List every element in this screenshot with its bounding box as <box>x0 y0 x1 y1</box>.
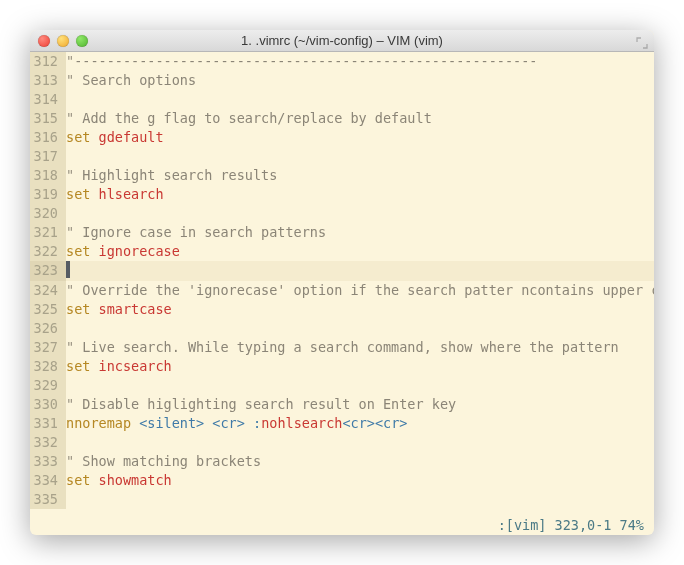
window-title: 1. .vimrc (~/vim-config) – VIM (vim) <box>30 33 654 48</box>
line-content[interactable]: set ignorecase <box>66 242 654 261</box>
minimize-button[interactable] <box>57 35 69 47</box>
editor-area[interactable]: 312"------------------------------------… <box>30 52 654 535</box>
line-content[interactable]: " Override the 'ignorecase' option if th… <box>66 281 654 300</box>
line-number: 322 <box>30 242 66 261</box>
code-line[interactable]: 315" Add the g flag to search/replace by… <box>30 109 654 128</box>
editor-window: 1. .vimrc (~/vim-config) – VIM (vim) 312… <box>30 30 654 535</box>
code-line[interactable]: 325set smartcase <box>30 300 654 319</box>
code-line[interactable]: 320 <box>30 204 654 223</box>
line-content[interactable]: set incsearch <box>66 357 654 376</box>
fullscreen-icon[interactable] <box>636 35 648 47</box>
zoom-button[interactable] <box>76 35 88 47</box>
line-content[interactable] <box>66 90 654 109</box>
code-line[interactable]: 328set incsearch <box>30 357 654 376</box>
line-content[interactable] <box>66 433 654 452</box>
line-content[interactable] <box>66 376 654 395</box>
line-content[interactable] <box>66 319 654 338</box>
line-content[interactable] <box>66 147 654 166</box>
line-number: 315 <box>30 109 66 128</box>
line-number: 320 <box>30 204 66 223</box>
line-content[interactable]: nnoremap <silent> <cr> :nohlsearch<cr><c… <box>66 414 654 433</box>
line-number: 325 <box>30 300 66 319</box>
code-line[interactable]: 329 <box>30 376 654 395</box>
titlebar[interactable]: 1. .vimrc (~/vim-config) – VIM (vim) <box>30 30 654 52</box>
code-line[interactable]: 323 <box>30 261 654 281</box>
line-number: 319 <box>30 185 66 204</box>
code-line[interactable]: 316set gdefault <box>30 128 654 147</box>
code-lines[interactable]: 312"------------------------------------… <box>30 52 654 516</box>
code-line[interactable]: 313" Search options <box>30 71 654 90</box>
line-number: 332 <box>30 433 66 452</box>
line-content[interactable]: "---------------------------------------… <box>66 52 654 71</box>
line-content[interactable] <box>66 204 654 223</box>
code-line[interactable]: 312"------------------------------------… <box>30 52 654 71</box>
line-number: 323 <box>30 261 66 281</box>
line-content[interactable]: " Ignore case in search patterns <box>66 223 654 242</box>
line-number: 328 <box>30 357 66 376</box>
line-number: 313 <box>30 71 66 90</box>
line-number: 327 <box>30 338 66 357</box>
line-content[interactable]: " Show matching brackets <box>66 452 654 471</box>
code-line[interactable]: 331nnoremap <silent> <cr> :nohlsearch<cr… <box>30 414 654 433</box>
line-number: 318 <box>30 166 66 185</box>
line-content[interactable]: " Search options <box>66 71 654 90</box>
line-number: 317 <box>30 147 66 166</box>
line-number: 329 <box>30 376 66 395</box>
line-content[interactable]: set gdefault <box>66 128 654 147</box>
code-line[interactable]: 319set hlsearch <box>30 185 654 204</box>
code-line[interactable]: 332 <box>30 433 654 452</box>
line-content[interactable]: set showmatch <box>66 471 654 490</box>
line-content[interactable]: " Live search. While typing a search com… <box>66 338 654 357</box>
line-number: 333 <box>30 452 66 471</box>
line-content[interactable] <box>66 490 654 509</box>
line-number: 312 <box>30 52 66 71</box>
line-number: 335 <box>30 490 66 509</box>
code-line[interactable]: 334set showmatch <box>30 471 654 490</box>
code-line[interactable]: 327" Live search. While typing a search … <box>30 338 654 357</box>
code-line[interactable]: 317 <box>30 147 654 166</box>
line-number: 330 <box>30 395 66 414</box>
line-number: 334 <box>30 471 66 490</box>
line-content[interactable]: " Add the g flag to search/replace by de… <box>66 109 654 128</box>
line-number: 314 <box>30 90 66 109</box>
code-line[interactable]: 322set ignorecase <box>30 242 654 261</box>
traffic-lights <box>38 35 88 47</box>
line-number: 321 <box>30 223 66 242</box>
line-content[interactable] <box>66 261 654 281</box>
line-number: 326 <box>30 319 66 338</box>
code-line[interactable]: 333" Show matching brackets <box>30 452 654 471</box>
code-line[interactable]: 321" Ignore case in search patterns <box>30 223 654 242</box>
status-bar: :[vim] 323,0-1 74% <box>30 516 654 535</box>
code-line[interactable]: 335 <box>30 490 654 509</box>
line-content[interactable]: set smartcase <box>66 300 654 319</box>
code-line[interactable]: 318" Highlight search results <box>30 166 654 185</box>
line-number: 324 <box>30 281 66 300</box>
line-content[interactable]: " Disable higlighting search result on E… <box>66 395 654 414</box>
code-line[interactable]: 314 <box>30 90 654 109</box>
code-line[interactable]: 324" Override the 'ignorecase' option if… <box>30 281 654 300</box>
line-content[interactable]: " Highlight search results <box>66 166 654 185</box>
line-number: 331 <box>30 414 66 433</box>
close-button[interactable] <box>38 35 50 47</box>
line-number: 316 <box>30 128 66 147</box>
line-content[interactable]: set hlsearch <box>66 185 654 204</box>
code-line[interactable]: 330" Disable higlighting search result o… <box>30 395 654 414</box>
code-line[interactable]: 326 <box>30 319 654 338</box>
cursor <box>66 261 70 278</box>
